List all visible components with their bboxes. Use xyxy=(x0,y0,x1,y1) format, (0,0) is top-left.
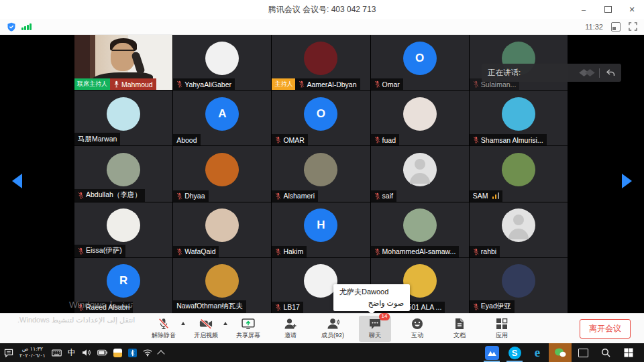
apps-icon xyxy=(495,318,508,330)
participant-name: MohammedAl-samaw... xyxy=(382,247,456,255)
task-view-button[interactable] xyxy=(572,343,594,362)
participant-tile[interactable]: Abdullah（李唐） xyxy=(74,146,172,201)
participant-tile-mahmoud[interactable]: 联席主持人 Mahmoud xyxy=(74,35,172,90)
wifi-icon[interactable] xyxy=(143,349,152,357)
participant-tile[interactable]: fuad xyxy=(371,90,469,145)
taskbar-app-tencent-meeting[interactable] xyxy=(480,343,503,362)
maximize-button[interactable] xyxy=(596,0,620,19)
meeting-clock: 11:32 xyxy=(585,23,603,31)
documents-button[interactable]: 文档 xyxy=(443,316,476,342)
participant-tile[interactable]: 马朋Marwan xyxy=(74,90,172,145)
participant-tile[interactable]: Eissa(伊萨) xyxy=(74,202,172,257)
unmute-button[interactable]: 解除静音 xyxy=(148,316,180,342)
minimize-button[interactable]: – xyxy=(572,0,596,19)
share-screen-icon xyxy=(241,318,255,330)
participant-tile[interactable]: saif xyxy=(371,146,469,201)
camera-options-caret[interactable] xyxy=(223,322,227,325)
participant-tile[interactable]: YahyaAliGaber xyxy=(173,35,271,90)
participant-tile[interactable]: Eyad伊亚 xyxy=(470,258,568,313)
participant-tile[interactable]: Dhyaa xyxy=(173,146,271,201)
touch-keyboard-icon[interactable] xyxy=(52,349,62,357)
members-button[interactable]: 成员(92) xyxy=(317,316,349,342)
share-screen-button[interactable]: 共享屏幕 xyxy=(232,316,264,342)
muted-mic-icon xyxy=(299,80,305,88)
participant-tile[interactable]: NawafOthman纳瓦夫 xyxy=(173,258,271,313)
activate-windows-watermark: تنشيط Windows xyxy=(69,299,133,310)
mic-options-caret[interactable] xyxy=(181,322,185,325)
mic-on-icon xyxy=(113,80,119,88)
tray-app-icon[interactable] xyxy=(113,349,122,357)
taskbar-app-edge[interactable]: e xyxy=(526,343,549,362)
muted-mic-icon xyxy=(275,192,281,200)
taskbar-app-skype[interactable]: S xyxy=(503,343,526,362)
chat-button[interactable]: 聊天 14 xyxy=(359,316,391,342)
participant-name: Alshameri xyxy=(283,192,315,200)
battery-icon[interactable] xyxy=(97,349,107,356)
muted-mic-icon xyxy=(176,80,182,88)
ime-indicator[interactable]: 中 xyxy=(68,347,76,359)
windows-taskbar: ١١:٣٢ ص ٢٠٢٠/٠٦/٠١ 中 S e xyxy=(0,343,644,362)
avatar xyxy=(403,97,437,131)
previous-page-arrow[interactable] xyxy=(12,174,22,188)
start-video-button[interactable]: 开启视频 xyxy=(190,316,222,342)
participant-name: Abdullah（李唐） xyxy=(86,190,142,200)
muted-mic-icon xyxy=(473,136,479,143)
speaker-tooltip: 尤萨夫Dawood صوت واضح xyxy=(333,284,410,311)
camera-muted-icon xyxy=(199,318,213,330)
apps-button[interactable]: 应用 xyxy=(486,316,518,342)
participant-name: LB17 xyxy=(283,303,300,311)
participant-name: OMAR xyxy=(283,136,305,144)
next-page-arrow[interactable] xyxy=(622,174,632,188)
participant-name: YahyaAliGaber xyxy=(184,80,231,88)
host-badge: 主持人 xyxy=(272,78,295,90)
meeting-security-shield-icon[interactable] xyxy=(7,22,16,32)
windows-logo-icon xyxy=(624,348,633,357)
undo-arrow-icon[interactable] xyxy=(606,69,615,77)
avatar xyxy=(304,264,337,298)
window-title: 腾讯会议 会议号: 403 042 713 xyxy=(0,4,644,15)
participant-tile[interactable]: O OMAR xyxy=(272,90,370,145)
participant-tile[interactable]: O Omar xyxy=(371,35,469,90)
volume-icon[interactable] xyxy=(82,349,91,357)
participant-name: saif xyxy=(382,192,393,200)
tooltip-name: 尤萨夫Dawood xyxy=(339,286,404,298)
avatar xyxy=(205,264,239,298)
avatar-letter: A xyxy=(205,97,239,131)
participant-name: Omar xyxy=(382,80,400,88)
participant-name: Mahmoud xyxy=(121,80,153,88)
divider xyxy=(599,68,600,78)
start-button[interactable] xyxy=(617,343,640,362)
participant-tile[interactable]: WafaQaid xyxy=(173,202,271,257)
reactions-button[interactable]: 互动 xyxy=(401,316,433,342)
taskbar-clock[interactable]: ١١:٣٢ ص ٢٠٢٠/٠٦/٠١ xyxy=(19,346,46,360)
participant-name: Shamsan Almurisi... xyxy=(481,136,543,144)
muted-mic-icon xyxy=(473,248,479,255)
speaking-indicator: 正在讲话: xyxy=(482,64,621,82)
participant-tile[interactable]: A Abood xyxy=(173,90,271,145)
participant-name: rahbi xyxy=(481,247,496,255)
hidden-icons-chevron[interactable] xyxy=(157,350,164,357)
participant-tile[interactable]: MohammedAl-samaw... xyxy=(371,202,469,257)
muted-mic-icon xyxy=(275,304,281,311)
muted-mic-icon xyxy=(473,80,479,88)
bluetooth-icon[interactable] xyxy=(128,349,137,357)
participant-tile[interactable]: 主持人 AamerAl-Dbyan xyxy=(272,35,370,90)
unread-chat-badge: 14 xyxy=(379,313,390,320)
avatar xyxy=(304,153,337,186)
leave-meeting-button[interactable]: 离开会议 xyxy=(580,319,631,339)
participant-name: WafaQaid xyxy=(184,247,215,255)
network-signal-icon[interactable] xyxy=(21,23,32,30)
invite-button[interactable]: 邀请 xyxy=(274,316,307,342)
close-button[interactable]: ✕ xyxy=(620,0,644,19)
taskbar-app-wechat[interactable] xyxy=(549,343,572,362)
action-center-icon[interactable] xyxy=(4,349,13,357)
participant-tile[interactable]: SAM xyxy=(470,146,568,201)
participant-tile[interactable]: Shamsan Almurisi... xyxy=(470,90,568,145)
participant-tile[interactable]: Alshameri xyxy=(272,146,370,201)
fullscreen-icon[interactable] xyxy=(629,22,637,31)
layout-switch-icon[interactable] xyxy=(611,22,621,32)
taskbar-search-button[interactable] xyxy=(594,343,617,362)
annotation-ghost-icon xyxy=(585,69,595,76)
participant-tile[interactable]: rahbi xyxy=(470,202,568,257)
participant-tile[interactable]: H Hakim xyxy=(272,202,370,257)
